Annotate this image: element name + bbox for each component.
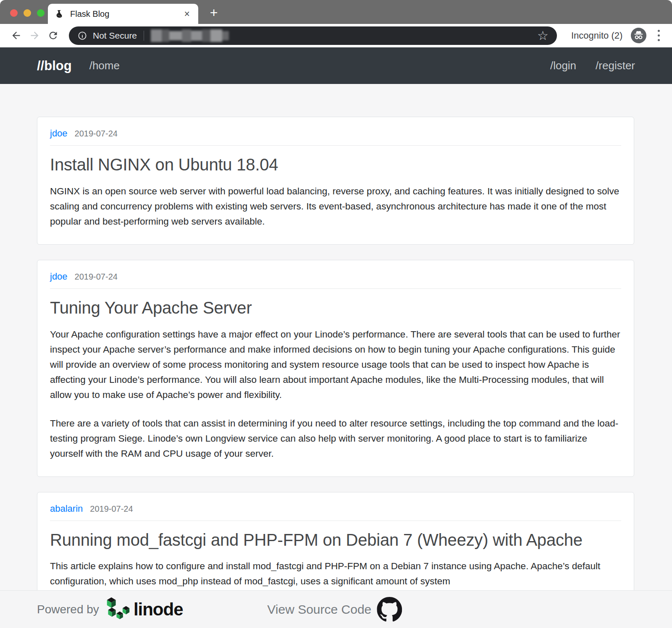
tab-strip: Flask Blog × + <box>0 0 672 24</box>
linode-link[interactable]: linode <box>106 597 183 623</box>
reload-button[interactable] <box>44 26 62 45</box>
browser-window: Flask Blog × + Not Secure ☆ Incognito (2… <box>0 0 672 628</box>
post-author-link[interactable]: jdoe <box>50 128 68 139</box>
post-body: This article explains how to configure a… <box>50 559 621 589</box>
meta-divider <box>50 288 621 289</box>
close-window-button[interactable] <box>10 9 18 17</box>
minimize-window-button[interactable] <box>24 9 31 17</box>
info-icon[interactable] <box>77 31 87 41</box>
not-secure-label: Not Secure <box>93 31 137 41</box>
meta-divider <box>50 145 621 146</box>
post-title: Running mod_fastcgi and PHP-FPM on Debia… <box>50 528 621 552</box>
powered-by-label: Powered by <box>37 603 99 616</box>
close-tab-button[interactable]: × <box>183 8 192 20</box>
back-arrow-icon <box>10 30 22 41</box>
post-body: Your Apache configuration settings have … <box>50 327 621 461</box>
post-title: Install NGINX on Ubuntu 18.04 <box>50 153 621 177</box>
nav-home-link[interactable]: /home <box>89 59 120 72</box>
view-source-label: View Source Code <box>267 602 371 617</box>
page-footer: Powered by <box>0 590 672 628</box>
browser-menu-icon[interactable] <box>652 28 665 43</box>
meta-divider <box>50 521 621 521</box>
post-body: NGINX is an open source web server with … <box>50 184 621 229</box>
post-paragraph: NGINX is an open source web server with … <box>50 184 621 229</box>
nav-login-link[interactable]: /login <box>550 59 576 72</box>
omnibox-divider <box>144 31 144 41</box>
post-meta: jdoe 2019-07-24 <box>50 271 621 282</box>
site-navbar: //blog /home /login /register <box>0 47 672 84</box>
post-meta: jdoe 2019-07-24 <box>50 128 621 139</box>
zoom-window-button[interactable] <box>37 9 45 17</box>
post-author-link[interactable]: jdoe <box>50 271 68 282</box>
post-card: jdoe 2019-07-24 Install NGINX on Ubuntu … <box>37 117 634 245</box>
post-card: jdoe 2019-07-24 Tuning Your Apache Serve… <box>37 260 634 477</box>
post-title: Tuning Your Apache Server <box>50 296 621 320</box>
post-author-link[interactable]: abalarin <box>50 503 83 514</box>
window-controls <box>10 9 45 17</box>
nav-register-link[interactable]: /register <box>596 59 635 72</box>
back-button[interactable] <box>7 26 25 45</box>
flask-favicon-icon <box>55 9 64 18</box>
redacted-url <box>151 29 229 42</box>
post-paragraph: Your Apache configuration settings have … <box>50 327 621 403</box>
linode-cubes-icon <box>106 597 130 623</box>
post-meta: abalarin 2019-07-24 <box>50 503 621 514</box>
address-bar[interactable]: Not Secure ☆ <box>69 26 557 45</box>
github-icon <box>377 597 402 622</box>
navbar-brand[interactable]: //blog <box>37 58 72 73</box>
browser-toolbar: Not Secure ☆ Incognito (2) <box>0 24 672 47</box>
post-date: 2019-07-24 <box>90 504 133 514</box>
post-date: 2019-07-24 <box>75 272 118 282</box>
browser-tab[interactable]: Flask Blog × <box>48 4 198 24</box>
linode-wordmark: linode <box>134 599 183 620</box>
post-card: abalarin 2019-07-24 Running mod_fastcgi … <box>37 492 634 605</box>
incognito-label: Incognito (2) <box>571 30 622 41</box>
view-source-link[interactable]: View Source Code <box>267 597 402 622</box>
bookmark-star-icon[interactable]: ☆ <box>537 29 549 42</box>
post-paragraph: There are a variety of tools that can as… <box>50 416 621 461</box>
reload-icon <box>47 30 59 41</box>
post-paragraph: This article explains how to configure a… <box>50 559 621 589</box>
new-tab-button[interactable]: + <box>205 5 223 20</box>
incognito-avatar-icon[interactable] <box>631 28 646 43</box>
post-date: 2019-07-24 <box>75 129 118 139</box>
forward-arrow-icon <box>29 30 40 41</box>
blog-feed: jdoe 2019-07-24 Install NGINX on Ubuntu … <box>0 84 672 628</box>
tab-title: Flask Blog <box>70 9 183 19</box>
forward-button[interactable] <box>25 26 44 45</box>
